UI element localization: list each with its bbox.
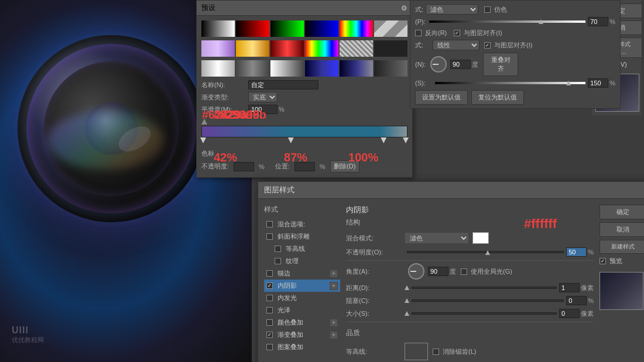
swatch-rainbow[interactable] [340, 20, 373, 37]
position-input[interactable] [294, 162, 315, 171]
swatch-transparent[interactable] [374, 20, 407, 37]
stroke-label: 猫边 [278, 269, 290, 278]
dialog-preview-checkbox[interactable] [600, 258, 606, 264]
p-slider-track[interactable] [429, 20, 585, 23]
opacity-input-dialog[interactable] [566, 247, 587, 257]
color-stop-0[interactable] [200, 137, 206, 143]
style-item-texture[interactable]: 纹理 [264, 255, 340, 267]
stroke-checkbox[interactable] [266, 270, 273, 277]
choke-slider[interactable] [412, 299, 564, 302]
color-stop-42[interactable] [288, 137, 294, 143]
contour-preview[interactable] [405, 343, 428, 360]
swatch-fade[interactable] [270, 60, 304, 77]
swatch-violet[interactable] [201, 40, 235, 57]
global-light-checkbox[interactable] [461, 268, 467, 275]
type-select[interactable]: 实底 [248, 92, 278, 102]
size-field: 大小(S): 像素 [346, 309, 594, 318]
swatch-silver[interactable] [201, 60, 235, 77]
color-box[interactable] [472, 232, 489, 244]
opacity-stop-0[interactable] [201, 119, 207, 125]
set-default-btn[interactable]: 设置为默认值 [415, 90, 468, 105]
inner-shadow-label: 内阴影 [278, 281, 297, 290]
align-layer-checkbox[interactable] [484, 42, 491, 49]
gear-icon[interactable]: ⚙ [401, 4, 407, 12]
delete-btn[interactable]: 删除(D) [330, 160, 359, 173]
name-input[interactable] [248, 80, 318, 89]
blend-mode-select[interactable]: 滤色 [426, 4, 478, 15]
gradient-overlay-checkbox[interactable] [266, 332, 273, 338]
distance-input[interactable] [559, 283, 580, 292]
simulate-checkbox[interactable] [484, 6, 491, 13]
reset-default-btn[interactable]: 复位为默认值 [471, 90, 524, 105]
swatch-gold[interactable] [236, 40, 269, 57]
color-stop-100[interactable] [403, 137, 409, 143]
color-stop-87[interactable] [381, 137, 386, 143]
opacity-input[interactable] [234, 162, 254, 171]
angle-dial-dialog[interactable] [408, 263, 424, 280]
style-item-inner-glow[interactable]: 内发光 [264, 292, 340, 304]
size-slider[interactable] [412, 312, 557, 315]
style-item-color-overlay[interactable]: 颜色叠加 + [264, 316, 340, 329]
swatch-dark[interactable] [374, 40, 407, 57]
bevel-checkbox[interactable] [266, 233, 273, 240]
contour-checkbox[interactable] [275, 246, 281, 252]
angle-input[interactable] [450, 60, 471, 69]
swatch-neutral[interactable] [374, 60, 407, 77]
distance-slider[interactable] [412, 287, 557, 289]
size-input[interactable] [559, 309, 580, 318]
texture-checkbox[interactable] [275, 258, 281, 264]
blending-checkbox[interactable] [266, 221, 273, 227]
swatch-red2[interactable] [270, 40, 304, 57]
align-row: 与图层对齐(I) [454, 29, 502, 37]
style-item-pattern-overlay[interactable]: 图案叠加 [264, 341, 340, 353]
reset-align-btn[interactable]: 重叠对齐 [483, 53, 518, 76]
color-overlay-expand-btn[interactable]: + [330, 319, 338, 327]
swatch-night[interactable] [340, 60, 373, 77]
blend-mode-label: 式: [415, 5, 423, 14]
color-overlay-checkbox[interactable] [266, 319, 273, 326]
inner-shadow-checkbox[interactable] [266, 282, 273, 289]
swatch-spectrum[interactable] [305, 40, 338, 57]
style-item-stroke[interactable]: 猫边 + [264, 267, 340, 280]
style-item-blending[interactable]: 混合选项: [264, 218, 340, 230]
swatch-dark2[interactable] [236, 60, 269, 77]
reverse-checkbox[interactable] [415, 30, 422, 36]
stroke-expand-btn[interactable]: + [330, 270, 338, 278]
scale-row: (S): % [415, 78, 615, 88]
swatch-g[interactable] [270, 20, 304, 37]
opacity-slider[interactable] [407, 251, 564, 253]
align-checkbox[interactable] [454, 30, 460, 36]
style-item-gradient-overlay[interactable]: 渐变叠加 + [264, 329, 340, 341]
style-select[interactable]: 线性 [433, 40, 479, 50]
satin-checkbox[interactable] [266, 307, 273, 313]
angle-dial[interactable] [430, 56, 447, 73]
scale-input[interactable] [588, 78, 608, 88]
style-item-inner-shadow[interactable]: 内阴影 + [264, 280, 340, 292]
p-value-input[interactable] [588, 17, 608, 26]
choke-input[interactable] [566, 296, 587, 305]
swatch-blue-dark[interactable] [305, 60, 338, 77]
inner-shadow-blend-select[interactable]: 滤色 [405, 232, 469, 244]
dialog-new-style-btn[interactable]: 新建样式 [600, 240, 644, 254]
distance-unit: 像素 [581, 284, 594, 292]
swatch-stripes[interactable] [340, 40, 373, 57]
dialog-confirm-btn[interactable]: 确定 [600, 205, 644, 219]
inner-shadow-expand-btn[interactable]: + [330, 282, 338, 290]
pattern-overlay-checkbox[interactable] [266, 344, 273, 350]
gradient-bar-container [201, 119, 407, 144]
inner-glow-checkbox[interactable] [266, 295, 273, 301]
scale-slider-track[interactable] [435, 82, 585, 84]
style-item-contour[interactable]: 等高线 [264, 243, 340, 255]
dialog-cancel-btn[interactable]: 取消 [600, 222, 644, 237]
gradient-overlay-expand-btn[interactable]: + [330, 331, 338, 339]
remove-moire-checkbox[interactable] [433, 349, 439, 355]
gradient-bar[interactable] [201, 126, 407, 137]
dialog-preview-row: 预览 [600, 257, 644, 266]
swatch-b[interactable] [305, 20, 338, 37]
swatch-r[interactable] [236, 20, 269, 37]
style-item-bevel[interactable]: 斜面和浮雕 [264, 230, 340, 243]
swatch-bw[interactable] [201, 20, 235, 37]
style-item-satin[interactable]: 光泽 [264, 304, 340, 316]
smoothness-input[interactable] [248, 105, 278, 114]
angle-input-dialog[interactable] [428, 267, 448, 276]
